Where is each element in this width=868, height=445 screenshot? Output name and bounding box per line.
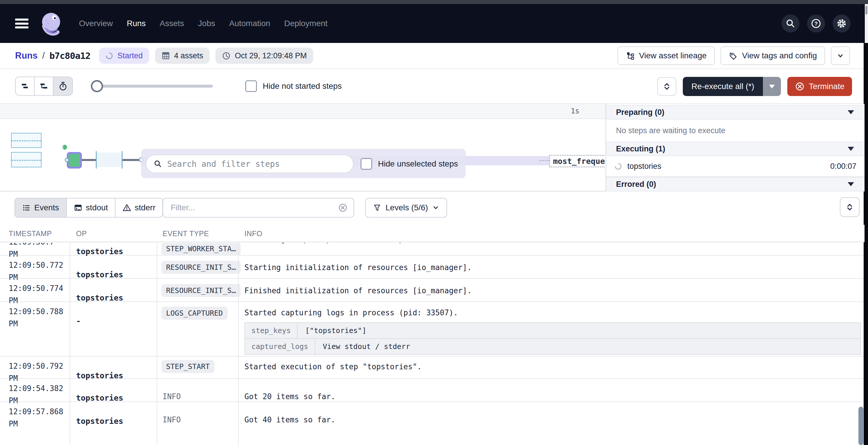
log-filter-box[interactable] bbox=[162, 198, 354, 217]
dotted-connector-line bbox=[539, 160, 549, 161]
tab-events[interactable]: Events bbox=[15, 198, 67, 217]
view-asset-lineage-button[interactable]: View asset lineage bbox=[617, 46, 715, 65]
event-type-chip: STEP_WORKER_STA… bbox=[161, 243, 241, 255]
status-badge: Started bbox=[99, 47, 149, 64]
run-actions: Re-execute all (*) Terminate bbox=[657, 77, 852, 96]
column-op[interactable]: OP bbox=[76, 230, 87, 238]
gantt-view-mode-group bbox=[15, 77, 73, 96]
hide-unselected-control: Hide unselected steps bbox=[361, 158, 458, 170]
nav-menu: Overview Runs Assets Jobs Automation Dep… bbox=[79, 19, 328, 28]
up-down-chevrons-icon bbox=[845, 202, 855, 212]
event-type-chip: RESOURCE_INIT_S… bbox=[161, 261, 241, 274]
warning-triangle-icon bbox=[123, 203, 131, 212]
log-table-header: TIMESTAMP OP EVENT TYPE INFO bbox=[0, 225, 865, 242]
nav-item-runs[interactable]: Runs bbox=[127, 19, 146, 28]
tab-stderr[interactable]: stderr bbox=[116, 198, 162, 217]
log-row[interactable]: 12:09:54.382PM topstories INFO Got 20 it… bbox=[0, 379, 865, 402]
hide-unselected-checkbox[interactable] bbox=[361, 158, 372, 170]
chevron-down-icon bbox=[836, 52, 845, 60]
step-search-box[interactable] bbox=[146, 155, 353, 173]
log-table-body: 12:09:50.7PM topstories STEP_WORKER_STA…… bbox=[0, 243, 865, 445]
log-row[interactable]: 12:09:50.792PM topstories STEP_START Sta… bbox=[0, 356, 865, 379]
browser-scrollbar-thumb[interactable] bbox=[865, 6, 867, 14]
connector-anchor-dot bbox=[65, 158, 69, 162]
column-info[interactable]: INFO bbox=[244, 230, 262, 238]
log-row[interactable]: 12:09:50.7PM topstories STEP_WORKER_STA…… bbox=[0, 243, 865, 255]
assets-count-badge[interactable]: 4 assets bbox=[155, 47, 210, 64]
hide-not-started-checkbox[interactable] bbox=[245, 80, 257, 92]
header-more-actions-button[interactable] bbox=[831, 46, 850, 65]
reexecute-all-button[interactable]: Re-execute all (*) bbox=[683, 77, 763, 96]
log-row[interactable]: 12:09:57.868PM topstories INFO Got 40 it… bbox=[0, 402, 865, 445]
gantt-toolbar: Hide not started steps Re-execute all (*… bbox=[0, 69, 868, 104]
most-frequent-step-box[interactable]: most_frequent bbox=[549, 155, 607, 167]
window-top-edge bbox=[0, 0, 868, 4]
view-stdout-stderr-link[interactable]: View stdout / stderr bbox=[315, 339, 418, 354]
tag-icon bbox=[728, 51, 738, 60]
events-list-icon bbox=[22, 203, 31, 212]
log-row[interactable]: 12:09:50.772PM topstories RESOURCE_INIT_… bbox=[0, 255, 865, 279]
levels-filter-button[interactable]: Levels (5/6) bbox=[365, 198, 447, 217]
executing-step-name: topstories bbox=[627, 162, 661, 171]
metadata-row: step_keys ["topstories"] bbox=[245, 323, 861, 339]
slider-knob[interactable] bbox=[91, 80, 103, 92]
preparing-section-header[interactable]: Preparing (0) bbox=[606, 105, 865, 119]
log-scrollbar-thumb[interactable] bbox=[859, 407, 863, 445]
tab-stdout[interactable]: stdout bbox=[67, 198, 116, 217]
window-right-edge bbox=[864, 43, 868, 445]
log-row[interactable]: 12:09:50.774PM topstories RESOURCE_INIT_… bbox=[0, 279, 865, 302]
search-icon bbox=[153, 159, 162, 169]
timed-view-button[interactable] bbox=[54, 77, 72, 95]
nav-item-deployment[interactable]: Deployment bbox=[284, 19, 328, 28]
dagster-logo-icon[interactable] bbox=[38, 11, 64, 36]
completed-step-marker[interactable] bbox=[62, 145, 67, 150]
search-icon bbox=[785, 18, 796, 29]
executing-step-row[interactable]: topstories 0:00:07 bbox=[606, 156, 865, 177]
event-metadata-table: step_keys ["topstories"] captured_logs V… bbox=[244, 322, 861, 355]
column-timestamp[interactable]: TIMESTAMP bbox=[9, 230, 52, 238]
start-time-badge: Oct 29, 12:09:48 PM bbox=[215, 47, 313, 64]
lineage-icon bbox=[626, 51, 635, 60]
slider-track[interactable] bbox=[91, 85, 213, 88]
terminate-button[interactable]: Terminate bbox=[787, 77, 852, 96]
expand-logs-button[interactable] bbox=[840, 197, 860, 217]
search-button[interactable] bbox=[781, 14, 800, 33]
event-type-chip: LOGS_CAPTURED bbox=[161, 307, 227, 320]
hide-unselected-label: Hide unselected steps bbox=[378, 159, 458, 169]
queued-step-bar[interactable] bbox=[96, 152, 123, 167]
not-started-step-bar[interactable] bbox=[11, 133, 41, 148]
elapsed-time: 0:00:07 bbox=[830, 162, 857, 171]
errored-section-header[interactable]: Errored (0) bbox=[606, 177, 865, 192]
log-filter-input[interactable] bbox=[170, 203, 334, 213]
waterfall-view-button[interactable] bbox=[35, 77, 54, 95]
executing-section-header[interactable]: Executing (1) bbox=[606, 142, 865, 156]
nav-item-assets[interactable]: Assets bbox=[160, 19, 184, 28]
log-row[interactable]: 12:09:50.788PM - LOGS_CAPTURED Started c… bbox=[0, 302, 865, 356]
reexecute-dropdown-button[interactable] bbox=[763, 77, 781, 96]
flat-view-button[interactable] bbox=[16, 77, 35, 95]
column-divider bbox=[157, 225, 157, 445]
nav-item-jobs[interactable]: Jobs bbox=[198, 19, 215, 28]
nav-item-automation[interactable]: Automation bbox=[229, 19, 270, 28]
breadcrumb-runs-link[interactable]: Runs bbox=[15, 50, 38, 61]
collapse-triangle-icon bbox=[848, 110, 854, 114]
hamburger-menu-icon[interactable] bbox=[15, 19, 28, 28]
step-search-input[interactable] bbox=[167, 159, 353, 169]
collapse-panel-button[interactable] bbox=[657, 77, 676, 96]
event-type-chip: RESOURCE_INIT_S… bbox=[161, 284, 241, 297]
clear-filter-icon[interactable] bbox=[338, 203, 348, 213]
not-started-step-bar[interactable] bbox=[11, 152, 41, 167]
settings-button[interactable] bbox=[833, 14, 850, 33]
column-divider bbox=[70, 225, 70, 445]
view-tags-config-button[interactable]: View tags and config bbox=[720, 46, 825, 65]
hide-not-started-control: Hide not started steps bbox=[245, 80, 342, 92]
run-badges: Started 4 assets Oct 29, 12:09:48 PM bbox=[99, 47, 313, 64]
nav-item-overview[interactable]: Overview bbox=[79, 19, 113, 28]
gantt-zoom-slider[interactable] bbox=[91, 77, 213, 95]
run-header-actions: View asset lineage View tags and config bbox=[617, 46, 850, 65]
help-button[interactable]: ? bbox=[807, 14, 825, 33]
clock-icon bbox=[222, 52, 231, 60]
column-event-type[interactable]: EVENT TYPE bbox=[162, 230, 209, 238]
funnel-icon bbox=[373, 203, 381, 212]
log-view-tabs: Events stdout stderr bbox=[14, 198, 163, 217]
